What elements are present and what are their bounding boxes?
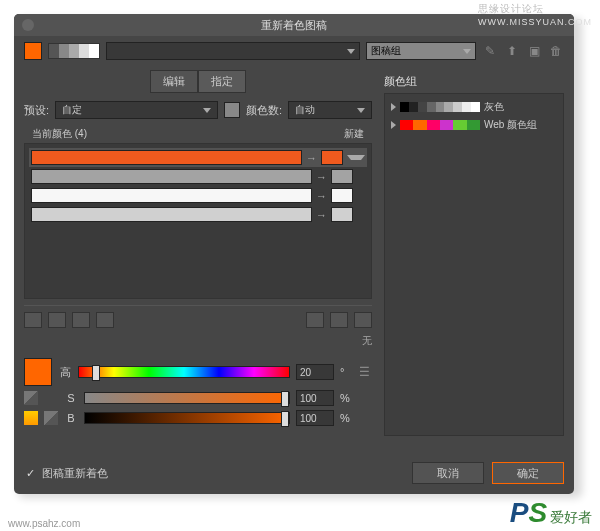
web-safe-icon[interactable] bbox=[44, 411, 58, 425]
arrow-icon: → bbox=[306, 152, 317, 164]
sat-label: S bbox=[64, 392, 78, 404]
preset-options-icon[interactable] bbox=[224, 102, 240, 118]
preset-label: 预设: bbox=[24, 103, 49, 118]
chevron-down-icon bbox=[357, 108, 365, 113]
right-tools bbox=[306, 312, 372, 328]
none-label: 无 bbox=[24, 334, 372, 348]
tool-icon[interactable] bbox=[96, 312, 114, 328]
tab-edit[interactable]: 编辑 bbox=[150, 70, 198, 93]
new-swatch[interactable] bbox=[331, 169, 353, 184]
warning-icon[interactable] bbox=[24, 411, 38, 425]
arrow-icon: → bbox=[316, 190, 327, 202]
chevron-down-icon bbox=[347, 49, 355, 54]
add-icon[interactable] bbox=[357, 189, 365, 202]
new-swatch[interactable] bbox=[321, 150, 343, 165]
percent-label: % bbox=[340, 392, 350, 404]
hue-slider[interactable] bbox=[78, 366, 290, 378]
tool-icon[interactable] bbox=[72, 312, 90, 328]
color-group-item[interactable]: 灰色 bbox=[389, 98, 559, 116]
sat-input[interactable]: 100 bbox=[296, 390, 334, 406]
new-label: 新建 bbox=[344, 127, 364, 141]
percent-label: % bbox=[340, 412, 350, 424]
current-colors-label: 当前颜色 (4) bbox=[32, 127, 87, 141]
ok-button[interactable]: 确定 bbox=[492, 462, 564, 484]
chevron-down-icon bbox=[463, 49, 471, 54]
hue-label: 高 bbox=[58, 365, 72, 380]
color-row[interactable]: → bbox=[29, 148, 367, 167]
new-swatch[interactable] bbox=[331, 188, 353, 203]
active-color-swatch[interactable] bbox=[24, 42, 42, 60]
color-groups-list: 灰色 Web 颜色组 bbox=[384, 93, 564, 436]
sat-slider[interactable] bbox=[84, 392, 290, 404]
arrow-icon: → bbox=[316, 171, 327, 183]
trash-icon: 🗑 bbox=[548, 43, 564, 59]
bri-slider[interactable] bbox=[84, 412, 290, 424]
group-name: 灰色 bbox=[484, 100, 504, 114]
expand-icon[interactable] bbox=[391, 121, 396, 129]
tab-assign[interactable]: 指定 bbox=[198, 70, 246, 93]
eyedropper-icon[interactable]: ✎ bbox=[482, 43, 498, 59]
tool-icon[interactable] bbox=[306, 312, 324, 328]
add-icon[interactable] bbox=[357, 208, 365, 221]
new-swatch[interactable] bbox=[331, 207, 353, 222]
tool-icon[interactable] bbox=[24, 312, 42, 328]
color-group-item[interactable]: Web 颜色组 bbox=[389, 116, 559, 134]
grey-preset[interactable] bbox=[48, 43, 100, 59]
color-groups-title: 颜色组 bbox=[384, 74, 564, 89]
recolor-artwork-checkbox[interactable]: ✓ 图稿重新着色 bbox=[24, 466, 108, 481]
dialog: 重新着色图稿 图稿组 ✎ ⬆ ▣ 🗑 编辑 指定 预设: 自定 颜色数: 自动 bbox=[14, 14, 574, 494]
group-name: Web 颜色组 bbox=[484, 118, 537, 132]
cancel-button[interactable]: 取消 bbox=[412, 462, 484, 484]
colors-select[interactable]: 自动 bbox=[288, 101, 372, 119]
tool-icon[interactable] bbox=[48, 312, 66, 328]
color-row[interactable]: → bbox=[29, 186, 367, 205]
bri-input[interactable]: 100 bbox=[296, 410, 334, 426]
arrow-icon: → bbox=[316, 209, 327, 221]
colors-label: 颜色数: bbox=[246, 103, 282, 118]
watermark-bottom: www.psahz.com PS 爱好者 bbox=[0, 497, 600, 529]
bri-label: B bbox=[64, 412, 78, 424]
upload-icon: ⬆ bbox=[504, 43, 520, 59]
color-mode-icon[interactable]: ☰ bbox=[356, 364, 372, 380]
harmony-dropdown[interactable] bbox=[106, 42, 360, 60]
watermark-top: 思缘设计论坛 WWW.MISSYUAN.COM bbox=[478, 2, 592, 27]
add-icon[interactable] bbox=[357, 170, 365, 183]
artwork-group-dropdown[interactable]: 图稿组 bbox=[366, 42, 476, 60]
chevron-down-icon[interactable] bbox=[347, 155, 365, 160]
folder-icon[interactable]: ▣ bbox=[526, 43, 542, 59]
hsb-main-swatch[interactable] bbox=[24, 358, 52, 386]
left-tools bbox=[24, 312, 114, 328]
chevron-down-icon bbox=[203, 108, 211, 113]
tool-icon[interactable] bbox=[354, 312, 372, 328]
tool-icon[interactable] bbox=[330, 312, 348, 328]
color-row[interactable]: → bbox=[29, 205, 367, 224]
checkmark-icon: ✓ bbox=[24, 467, 36, 479]
web-safe-icon[interactable] bbox=[24, 391, 38, 405]
hue-input[interactable]: 20 bbox=[296, 364, 334, 380]
expand-icon[interactable] bbox=[391, 103, 396, 111]
preset-select[interactable]: 自定 bbox=[55, 101, 218, 119]
color-table: → → → → bbox=[24, 143, 372, 299]
color-row[interactable]: → bbox=[29, 167, 367, 186]
